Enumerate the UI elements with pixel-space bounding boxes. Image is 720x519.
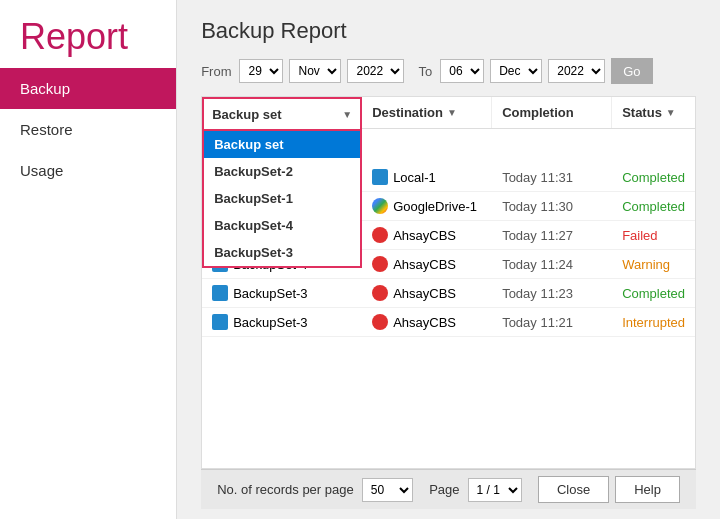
to-year-select[interactable]: 2022: [548, 59, 605, 83]
sidebar-item-backup[interactable]: Backup: [0, 68, 176, 109]
records-section: No. of records per page 50 100: [217, 478, 413, 502]
td-destination-3: AhsayCBS: [362, 250, 492, 278]
to-day-select[interactable]: 06: [440, 59, 484, 83]
completion-time-5: Today 11:21: [502, 315, 573, 330]
completion-time-4: Today 11:23: [502, 286, 573, 301]
backup-set-dropdown-wrapper: Backup set ▼ Backup set BackupSet-2 Back…: [202, 97, 362, 131]
backup-set-name-5: BackupSet-3: [233, 315, 307, 330]
td-destination-0: Local-1: [362, 163, 492, 191]
close-button[interactable]: Close: [538, 476, 609, 503]
ahsay-icon: [372, 285, 388, 301]
page-title: Backup Report: [201, 18, 696, 44]
destination-name-3: AhsayCBS: [393, 257, 456, 272]
destination-name-1: GoogleDrive-1: [393, 199, 477, 214]
status-sort-icon: ▼: [666, 107, 676, 118]
backup-set-icon-5: [212, 314, 228, 330]
sidebar-item-restore[interactable]: Restore: [0, 109, 176, 150]
td-status-5: Interrupted: [612, 309, 695, 336]
sidebar-item-usage[interactable]: Usage: [0, 150, 176, 191]
go-button[interactable]: Go: [611, 58, 652, 84]
th-completion: Completion: [492, 97, 612, 128]
ahsay-icon: [372, 227, 388, 243]
from-label: From: [201, 64, 231, 79]
chevron-down-icon: ▼: [342, 109, 352, 120]
ahsay-icon: [372, 314, 388, 330]
status-label-5: Interrupted: [622, 315, 685, 330]
td-completion-0: Today 11:31: [492, 164, 612, 191]
table-header: Backup set ▼ Backup set BackupSet-2 Back…: [202, 97, 695, 129]
td-destination-5: AhsayCBS: [362, 308, 492, 336]
backup-set-dropdown-trigger[interactable]: Backup set ▼: [202, 97, 362, 131]
backup-set-icon-4: [212, 285, 228, 301]
td-completion-5: Today 11:21: [492, 309, 612, 336]
dropdown-option-backupset-1[interactable]: BackupSet-1: [204, 185, 360, 212]
td-destination-4: AhsayCBS: [362, 279, 492, 307]
td-completion-3: Today 11:24: [492, 251, 612, 278]
main-content: Backup Report From 29 Nov 2022 To 06 Dec…: [177, 0, 720, 519]
destination-name-2: AhsayCBS: [393, 228, 456, 243]
table-row: BackupSet-3 AhsayCBS Today 11:23 Complet…: [202, 279, 695, 308]
table-row: BackupSet-3 AhsayCBS Today 11:21 Interru…: [202, 308, 695, 337]
td-status-0: Completed: [612, 164, 695, 191]
td-status-3: Warning: [612, 251, 695, 278]
td-status-1: Completed: [612, 193, 695, 220]
records-label: No. of records per page: [217, 482, 354, 497]
backup-set-dropdown-list: Backup set BackupSet-2 BackupSet-1 Backu…: [202, 131, 362, 268]
td-backup-set-5: BackupSet-3: [202, 308, 362, 336]
dropdown-option-backup-set[interactable]: Backup set: [204, 131, 360, 158]
td-completion-2: Today 11:27: [492, 222, 612, 249]
to-month-select[interactable]: Dec: [490, 59, 542, 83]
destination-name-5: AhsayCBS: [393, 315, 456, 330]
app-title: Report: [0, 0, 176, 68]
completion-time-2: Today 11:27: [502, 228, 573, 243]
ahsay-icon: [372, 256, 388, 272]
records-per-page-select[interactable]: 50 100: [362, 478, 413, 502]
page-select[interactable]: 1 / 1: [468, 478, 522, 502]
destination-name-0: Local-1: [393, 170, 436, 185]
local-icon: [372, 169, 388, 185]
completion-time-0: Today 11:31: [502, 170, 573, 185]
dropdown-option-backupset-4[interactable]: BackupSet-4: [204, 212, 360, 239]
td-destination-2: AhsayCBS: [362, 221, 492, 249]
from-day-select[interactable]: 29: [239, 59, 283, 83]
td-status-2: Failed: [612, 222, 695, 249]
th-destination: Destination ▼: [362, 97, 492, 128]
destination-sort-icon: ▼: [447, 107, 457, 118]
backup-set-name-4: BackupSet-3: [233, 286, 307, 301]
bottom-bar: No. of records per page 50 100 Page 1 / …: [201, 469, 696, 509]
td-completion-4: Today 11:23: [492, 280, 612, 307]
status-label-0: Completed: [622, 170, 685, 185]
sidebar: Report Backup Restore Usage: [0, 0, 177, 519]
status-label-4: Completed: [622, 286, 685, 301]
from-month-select[interactable]: Nov: [289, 59, 341, 83]
td-backup-set-4: BackupSet-3: [202, 279, 362, 307]
th-backup-set: Backup set ▼ Backup set BackupSet-2 Back…: [202, 97, 362, 128]
report-table: Backup set ▼ Backup set BackupSet-2 Back…: [201, 96, 696, 469]
completion-time-3: Today 11:24: [502, 257, 573, 272]
from-year-select[interactable]: 2022: [347, 59, 404, 83]
filter-row: From 29 Nov 2022 To 06 Dec 2022 Go: [201, 58, 696, 84]
td-status-4: Completed: [612, 280, 695, 307]
destination-name-4: AhsayCBS: [393, 286, 456, 301]
status-label-1: Completed: [622, 199, 685, 214]
page-section: Page 1 / 1: [429, 478, 521, 502]
dropdown-selected-label: Backup set: [212, 107, 281, 122]
google-icon: [372, 198, 388, 214]
th-status: Status ▼: [612, 97, 695, 128]
dropdown-option-backupset-2[interactable]: BackupSet-2: [204, 158, 360, 185]
status-label-2: Failed: [622, 228, 657, 243]
completion-time-1: Today 11:30: [502, 199, 573, 214]
footer-buttons: Close Help: [538, 476, 680, 503]
td-completion-1: Today 11:30: [492, 193, 612, 220]
td-destination-1: GoogleDrive-1: [362, 192, 492, 220]
to-label: To: [418, 64, 432, 79]
dropdown-option-backupset-3[interactable]: BackupSet-3: [204, 239, 360, 266]
help-button[interactable]: Help: [615, 476, 680, 503]
page-label: Page: [429, 482, 459, 497]
status-label-3: Warning: [622, 257, 670, 272]
